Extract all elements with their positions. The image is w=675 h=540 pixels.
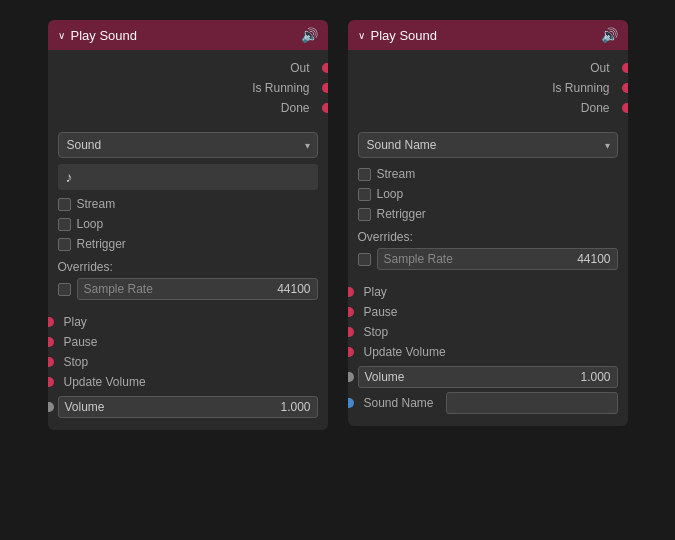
- left-out-label: Out: [290, 61, 309, 75]
- right-out-dot[interactable]: [622, 63, 628, 73]
- left-pause-dot[interactable]: [48, 337, 54, 347]
- right-updatevolume-label: Update Volume: [364, 345, 446, 359]
- right-overrides-label: Overrides:: [358, 230, 618, 244]
- left-loop-label: Loop: [77, 217, 104, 231]
- left-overrides-label: Overrides:: [58, 260, 318, 274]
- right-retrigger-checkbox[interactable]: [358, 208, 371, 221]
- right-output-isrunning: Is Running: [358, 78, 618, 98]
- right-soundname-row: Sound Name: [358, 392, 618, 414]
- left-pause-row: Pause: [58, 332, 318, 352]
- left-output-done: Done: [58, 98, 318, 118]
- left-volume-dot[interactable]: [48, 402, 54, 412]
- left-retrigger-label: Retrigger: [77, 237, 126, 251]
- music-note-icon: ♪: [66, 169, 73, 185]
- right-output-done: Done: [358, 98, 618, 118]
- right-node-title: Play Sound: [371, 28, 438, 43]
- left-sound-dropdown-row: Sound: [58, 132, 318, 158]
- left-header-left: ∨ Play Sound: [58, 28, 138, 43]
- right-samplerate-checkbox[interactable]: [358, 253, 371, 266]
- left-play-label: Play: [64, 315, 87, 329]
- right-node-header: ∨ Play Sound 🔊: [348, 20, 628, 50]
- left-loop-checkbox[interactable]: [58, 218, 71, 231]
- right-node: ∨ Play Sound 🔊 Out Is Running Done: [348, 20, 628, 426]
- right-samplerate-value: 44100: [577, 252, 610, 266]
- right-chevron-icon: ∨: [358, 30, 365, 41]
- left-out-dot[interactable]: [322, 63, 328, 73]
- right-updatevolume-row: Update Volume: [358, 342, 618, 362]
- right-isrunning-label: Is Running: [552, 81, 609, 95]
- left-music-note: ♪: [58, 164, 318, 190]
- right-soundname-input[interactable]: [446, 392, 618, 414]
- right-pause-label: Pause: [364, 305, 398, 319]
- left-done-label: Done: [281, 101, 310, 115]
- left-loop-row: Loop: [58, 214, 318, 234]
- right-sound-dropdown-wrapper[interactable]: Sound Name: [358, 132, 618, 158]
- right-stream-row: Stream: [358, 164, 618, 184]
- left-node-body: Out Is Running Done Sound: [48, 50, 328, 430]
- right-loop-row: Loop: [358, 184, 618, 204]
- left-stream-row: Stream: [58, 194, 318, 214]
- right-volume-row: Volume 1.000: [358, 366, 618, 388]
- right-node-body: Out Is Running Done Sound Name: [348, 50, 628, 426]
- left-stream-checkbox[interactable]: [58, 198, 71, 211]
- left-play-dot[interactable]: [48, 317, 54, 327]
- left-sample-rate-field: Sample Rate 44100: [77, 278, 318, 300]
- right-retrigger-label: Retrigger: [377, 207, 426, 221]
- right-play-label: Play: [364, 285, 387, 299]
- left-node: ∨ Play Sound 🔊 Out Is Running Done: [48, 20, 328, 430]
- left-volume-row: Volume 1.000: [58, 396, 318, 418]
- left-stream-label: Stream: [77, 197, 116, 211]
- right-isrunning-dot[interactable]: [622, 83, 628, 93]
- left-samplerate-checkbox[interactable]: [58, 283, 71, 296]
- left-updatevolume-row: Update Volume: [58, 372, 318, 392]
- left-node-header: ∨ Play Sound 🔊: [48, 20, 328, 50]
- right-out-label: Out: [590, 61, 609, 75]
- left-chevron-icon: ∨: [58, 30, 65, 41]
- nodes-container: ∨ Play Sound 🔊 Out Is Running Done: [48, 20, 628, 430]
- right-stop-row: Stop: [358, 322, 618, 342]
- right-done-label: Done: [581, 101, 610, 115]
- right-volume-dot[interactable]: [348, 372, 354, 382]
- right-soundname-label: Sound Name: [364, 396, 434, 410]
- left-sample-rate-row: Sample Rate 44100: [58, 278, 318, 300]
- right-sound-select[interactable]: Sound Name: [358, 132, 618, 158]
- right-stop-dot[interactable]: [348, 327, 354, 337]
- right-play-row: Play: [358, 282, 618, 302]
- left-pause-label: Pause: [64, 335, 98, 349]
- right-updatevolume-dot[interactable]: [348, 347, 354, 357]
- left-sound-select[interactable]: Sound: [58, 132, 318, 158]
- right-volume-label: Volume: [365, 370, 405, 384]
- right-sample-rate-field: Sample Rate 44100: [377, 248, 618, 270]
- right-samplerate-label: Sample Rate: [384, 252, 453, 266]
- left-samplerate-value: 44100: [277, 282, 310, 296]
- right-stop-label: Stop: [364, 325, 389, 339]
- right-pause-row: Pause: [358, 302, 618, 322]
- right-sound-dropdown-row: Sound Name: [358, 132, 618, 158]
- left-done-dot[interactable]: [322, 103, 328, 113]
- left-stop-label: Stop: [64, 355, 89, 369]
- right-retrigger-row: Retrigger: [358, 204, 618, 224]
- left-play-row: Play: [58, 312, 318, 332]
- left-volume-field: Volume 1.000: [58, 396, 318, 418]
- right-done-dot[interactable]: [622, 103, 628, 113]
- right-play-dot[interactable]: [348, 287, 354, 297]
- left-sound-dropdown-wrapper[interactable]: Sound: [58, 132, 318, 158]
- right-stream-label: Stream: [377, 167, 416, 181]
- left-updatevolume-dot[interactable]: [48, 377, 54, 387]
- left-retrigger-checkbox[interactable]: [58, 238, 71, 251]
- right-soundname-dot[interactable]: [348, 398, 354, 408]
- left-node-title: Play Sound: [71, 28, 138, 43]
- left-output-isrunning: Is Running: [58, 78, 318, 98]
- right-loop-checkbox[interactable]: [358, 188, 371, 201]
- right-output-out: Out: [358, 58, 618, 78]
- right-stream-checkbox[interactable]: [358, 168, 371, 181]
- right-volume-field: Volume 1.000: [358, 366, 618, 388]
- left-output-out: Out: [58, 58, 318, 78]
- left-isrunning-dot[interactable]: [322, 83, 328, 93]
- left-stop-dot[interactable]: [48, 357, 54, 367]
- right-pause-dot[interactable]: [348, 307, 354, 317]
- left-speaker-icon: 🔊: [301, 27, 318, 43]
- left-updatevolume-label: Update Volume: [64, 375, 146, 389]
- right-sample-rate-row: Sample Rate 44100: [358, 248, 618, 270]
- right-loop-label: Loop: [377, 187, 404, 201]
